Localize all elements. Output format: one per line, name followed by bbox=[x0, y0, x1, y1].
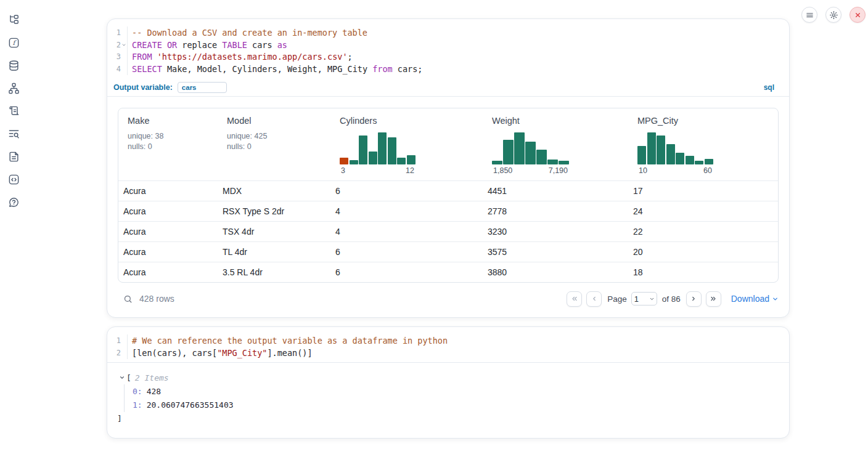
histogram-bar[interactable] bbox=[547, 160, 558, 164]
output-variable-label: Output variable: bbox=[113, 83, 173, 92]
chevrons-right-icon bbox=[710, 295, 717, 302]
table-cell: Acura bbox=[118, 227, 218, 237]
document-icon[interactable] bbox=[7, 150, 20, 163]
histogram-bar[interactable] bbox=[657, 136, 665, 164]
settings-gear-icon bbox=[829, 10, 838, 20]
language-badge[interactable]: sql bbox=[764, 83, 774, 92]
histogram-bar[interactable] bbox=[369, 152, 377, 164]
sql-meta-row: Output variable: sql bbox=[107, 78, 789, 97]
first-page-button[interactable] bbox=[567, 291, 582, 307]
histogram-bar[interactable] bbox=[666, 144, 675, 164]
code-text[interactable]: # We can reference the output variable a… bbox=[128, 336, 448, 346]
histogram-bar[interactable] bbox=[525, 142, 536, 164]
next-page-button[interactable] bbox=[686, 291, 702, 307]
histogram-bar[interactable] bbox=[388, 137, 396, 164]
list-open-bracket: [ bbox=[126, 373, 131, 382]
previous-page-button[interactable] bbox=[586, 291, 602, 307]
sql-cell: 1-- Download a CSV and create an in-memo… bbox=[107, 18, 790, 318]
histogram-bar[interactable] bbox=[559, 161, 569, 164]
histogram-bar[interactable] bbox=[492, 161, 502, 164]
table-row[interactable]: Acura3.5 RL 4dr6388018 bbox=[118, 262, 778, 282]
dependency-graph-icon[interactable] bbox=[7, 82, 20, 94]
help-icon[interactable] bbox=[7, 196, 20, 208]
histogram-axis-labels: 1060 bbox=[637, 164, 713, 177]
histogram-bar[interactable] bbox=[676, 153, 684, 164]
histogram-bar[interactable] bbox=[705, 159, 713, 164]
top-toolbar bbox=[801, 7, 866, 23]
histogram-bar[interactable] bbox=[378, 132, 387, 164]
code-text[interactable]: [len(cars), cars["MPG_City"].mean()] bbox=[128, 348, 313, 358]
table-row[interactable]: AcuraMDX6445117 bbox=[118, 180, 778, 201]
page-total-label: of 86 bbox=[662, 294, 681, 304]
menu-icon bbox=[805, 10, 814, 20]
table-cell: MDX bbox=[218, 186, 330, 196]
collapse-chevron-icon[interactable] bbox=[119, 374, 125, 381]
scratchpad-icon[interactable] bbox=[7, 105, 20, 117]
histogram-bar[interactable] bbox=[637, 146, 646, 164]
histogram-bar[interactable] bbox=[536, 150, 547, 164]
histogram-bar[interactable] bbox=[695, 161, 703, 164]
column-header[interactable]: MPG_City1060 bbox=[628, 108, 778, 180]
sql-code-editor[interactable]: 1-- Download a CSV and create an in-memo… bbox=[107, 19, 789, 78]
histogram-bar[interactable] bbox=[407, 155, 416, 164]
histogram-bar[interactable] bbox=[647, 132, 656, 164]
item-value: 428 bbox=[147, 387, 161, 396]
line-number: 3 bbox=[107, 52, 121, 61]
column-histogram[interactable]: 1,8507,190 bbox=[492, 132, 624, 177]
column-header[interactable]: Makeunique: 38nulls: 0 bbox=[118, 108, 218, 180]
page-select[interactable]: 1 bbox=[631, 292, 657, 305]
column-histogram[interactable]: 1060 bbox=[637, 132, 774, 177]
histogram-bar[interactable] bbox=[359, 136, 367, 164]
line-number: 2 bbox=[107, 41, 121, 49]
file-tree-icon[interactable] bbox=[7, 14, 20, 26]
python-cell-output: [ 2 Items 0:4281:20.060747663551403 ] bbox=[107, 362, 789, 426]
code-text[interactable]: SELECT Make, Model, Cylinders, Weight, M… bbox=[128, 64, 422, 74]
svg-text:f: f bbox=[12, 39, 17, 46]
histogram-bar[interactable] bbox=[686, 156, 694, 164]
snippets-icon[interactable] bbox=[7, 173, 20, 185]
histogram-bar[interactable] bbox=[340, 158, 348, 164]
code-text[interactable]: FROM 'https://datasets.marimo.app/cars.c… bbox=[128, 52, 353, 62]
page-label: Page bbox=[607, 294, 627, 304]
fold-gutter bbox=[121, 347, 128, 359]
histogram-bar[interactable] bbox=[397, 158, 406, 164]
column-histogram[interactable]: 312 bbox=[340, 132, 479, 177]
column-header[interactable]: Weight1,8507,190 bbox=[483, 108, 628, 180]
code-text[interactable]: CREATE OR replace TABLE cars as bbox=[128, 40, 287, 50]
code-line: 1-- Download a CSV and create an in-memo… bbox=[107, 26, 789, 39]
chevron-left-icon bbox=[591, 295, 598, 302]
column-header[interactable]: Cylinders312 bbox=[330, 108, 483, 180]
axis-min-label: 10 bbox=[639, 166, 647, 177]
column-stats: unique: 38nulls: 0 bbox=[128, 131, 214, 152]
fold-gutter bbox=[121, 51, 128, 63]
table-row[interactable]: AcuraRSX Type S 2dr4277824 bbox=[118, 201, 778, 221]
close-button[interactable] bbox=[850, 7, 866, 23]
item-index: 0: bbox=[133, 387, 142, 396]
code-text[interactable]: -- Download a CSV and create an in-memor… bbox=[128, 28, 367, 38]
fold-chevron-icon[interactable] bbox=[121, 39, 128, 51]
table-cell: Acura bbox=[118, 186, 218, 196]
output-variable-input[interactable] bbox=[178, 82, 227, 93]
search-icon[interactable] bbox=[123, 294, 133, 304]
line-number: 1 bbox=[107, 28, 121, 37]
table-cell: 3230 bbox=[483, 227, 628, 237]
line-number: 1 bbox=[107, 336, 121, 345]
python-cell: 1# We can reference the output variable … bbox=[107, 326, 790, 439]
python-code-editor[interactable]: 1# We can reference the output variable … bbox=[107, 327, 789, 362]
table-row[interactable]: AcuraTL 4dr6357520 bbox=[118, 241, 778, 262]
histogram-bar[interactable] bbox=[514, 132, 525, 164]
menu-button[interactable] bbox=[801, 7, 817, 23]
download-label: Download bbox=[731, 294, 769, 304]
database-icon[interactable] bbox=[7, 59, 20, 71]
function-icon[interactable]: f bbox=[7, 36, 20, 49]
histogram-bar[interactable] bbox=[350, 160, 358, 164]
settings-gear-button[interactable] bbox=[825, 7, 841, 23]
download-button[interactable]: Download bbox=[731, 294, 779, 304]
table-cell: 3880 bbox=[483, 267, 628, 277]
last-page-button[interactable] bbox=[706, 291, 721, 307]
column-header[interactable]: Modelunique: 425nulls: 0 bbox=[218, 108, 330, 180]
table-row[interactable]: AcuraTSX 4dr4323022 bbox=[118, 221, 778, 241]
logs-search-icon[interactable] bbox=[7, 127, 20, 140]
table-cell: TSX 4dr bbox=[218, 227, 330, 237]
histogram-bar[interactable] bbox=[503, 140, 514, 164]
